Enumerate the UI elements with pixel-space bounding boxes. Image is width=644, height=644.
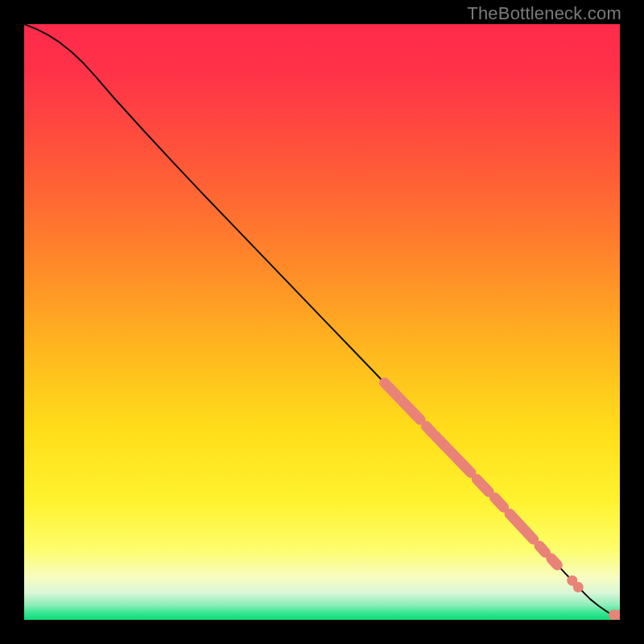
plot-svg bbox=[24, 24, 620, 620]
marker-segment bbox=[495, 497, 504, 507]
plot-area bbox=[24, 24, 620, 620]
marker-segment bbox=[427, 427, 432, 433]
marker-segment bbox=[539, 546, 545, 552]
chart-stage: TheBottleneck.com bbox=[0, 0, 644, 644]
attribution-text: TheBottleneck.com bbox=[467, 3, 621, 24]
marker-segment bbox=[551, 559, 557, 565]
marker-dot bbox=[573, 582, 584, 592]
